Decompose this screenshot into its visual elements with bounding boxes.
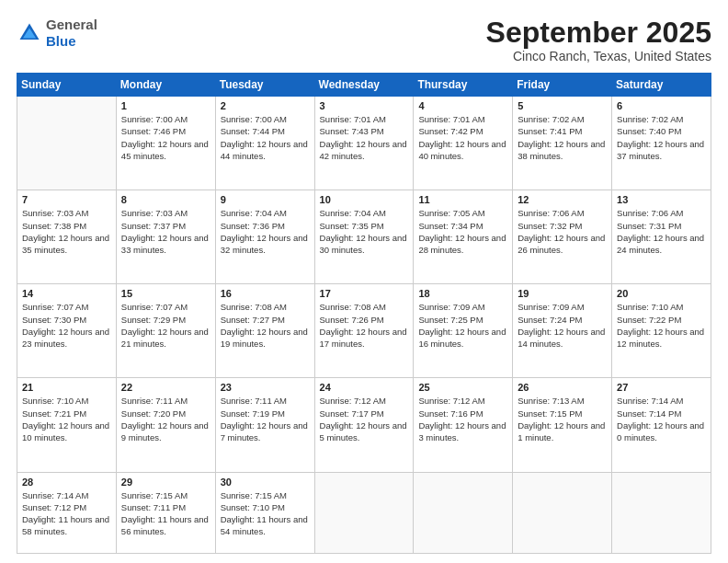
day-number: 8 (121, 194, 210, 205)
logo-text: General Blue (46, 17, 97, 50)
calendar-cell: 23Sunrise: 7:11 AMSunset: 7:19 PMDayligh… (215, 378, 314, 472)
day-info: Sunrise: 7:09 AMSunset: 7:25 PMDaylight:… (418, 301, 507, 350)
day-info: Sunrise: 7:04 AMSunset: 7:36 PMDaylight:… (221, 207, 310, 256)
calendar-cell: 26Sunrise: 7:13 AMSunset: 7:15 PMDayligh… (513, 378, 612, 472)
calendar-week-row: 28Sunrise: 7:14 AMSunset: 7:12 PMDayligh… (17, 472, 711, 553)
calendar-cell: 2Sunrise: 7:00 AMSunset: 7:44 PMDaylight… (215, 97, 314, 190)
day-number: 26 (518, 382, 607, 393)
day-info: Sunrise: 7:06 AMSunset: 7:31 PMDaylight:… (617, 207, 706, 256)
calendar-cell: 3Sunrise: 7:01 AMSunset: 7:43 PMDaylight… (314, 97, 414, 190)
logo: General Blue (17, 17, 97, 50)
location: Cinco Ranch, Texas, United States (486, 49, 711, 63)
calendar-cell: 28Sunrise: 7:14 AMSunset: 7:12 PMDayligh… (17, 472, 117, 553)
calendar-cell: 19Sunrise: 7:09 AMSunset: 7:24 PMDayligh… (513, 284, 612, 378)
day-info: Sunrise: 7:14 AMSunset: 7:12 PMDaylight:… (22, 489, 111, 538)
day-info: Sunrise: 7:07 AMSunset: 7:29 PMDaylight:… (121, 301, 210, 350)
day-info: Sunrise: 7:02 AMSunset: 7:41 PMDaylight:… (518, 113, 607, 162)
calendar-cell: 1Sunrise: 7:00 AMSunset: 7:46 PMDaylight… (116, 97, 215, 190)
day-info: Sunrise: 7:01 AMSunset: 7:42 PMDaylight:… (418, 113, 507, 162)
calendar-cell (513, 472, 612, 553)
day-info: Sunrise: 7:15 AMSunset: 7:10 PMDaylight:… (221, 489, 310, 538)
logo-general: General (46, 17, 97, 32)
weekday-header: Sunday (17, 74, 117, 97)
day-number: 14 (22, 288, 111, 299)
calendar-cell: 10Sunrise: 7:04 AMSunset: 7:35 PMDayligh… (314, 190, 414, 284)
calendar-cell: 25Sunrise: 7:12 AMSunset: 7:16 PMDayligh… (414, 378, 513, 472)
day-info: Sunrise: 7:03 AMSunset: 7:37 PMDaylight:… (121, 207, 210, 256)
weekday-header: Monday (116, 74, 215, 97)
day-info: Sunrise: 7:10 AMSunset: 7:22 PMDaylight:… (617, 301, 706, 350)
calendar-week-row: 7Sunrise: 7:03 AMSunset: 7:38 PMDaylight… (17, 190, 711, 284)
day-info: Sunrise: 7:08 AMSunset: 7:26 PMDaylight:… (320, 301, 409, 350)
day-info: Sunrise: 7:10 AMSunset: 7:21 PMDaylight:… (22, 395, 111, 443)
calendar-cell: 6Sunrise: 7:02 AMSunset: 7:40 PMDaylight… (612, 97, 711, 190)
calendar-cell: 13Sunrise: 7:06 AMSunset: 7:31 PMDayligh… (612, 190, 711, 284)
day-info: Sunrise: 7:08 AMSunset: 7:27 PMDaylight:… (221, 301, 310, 350)
calendar-cell: 9Sunrise: 7:04 AMSunset: 7:36 PMDaylight… (215, 190, 314, 284)
calendar-cell: 30Sunrise: 7:15 AMSunset: 7:10 PMDayligh… (215, 472, 314, 553)
day-info: Sunrise: 7:11 AMSunset: 7:19 PMDaylight:… (221, 395, 310, 443)
calendar-cell: 7Sunrise: 7:03 AMSunset: 7:38 PMDaylight… (17, 190, 117, 284)
day-info: Sunrise: 7:06 AMSunset: 7:32 PMDaylight:… (518, 207, 607, 256)
day-number: 19 (518, 288, 607, 299)
day-number: 3 (320, 100, 409, 111)
day-info: Sunrise: 7:12 AMSunset: 7:16 PMDaylight:… (418, 395, 507, 443)
calendar-cell: 8Sunrise: 7:03 AMSunset: 7:37 PMDaylight… (116, 190, 215, 284)
calendar: SundayMondayTuesdayWednesdayThursdayFrid… (17, 73, 711, 554)
calendar-cell: 15Sunrise: 7:07 AMSunset: 7:29 PMDayligh… (116, 284, 215, 378)
day-number: 27 (617, 382, 706, 393)
calendar-cell: 27Sunrise: 7:14 AMSunset: 7:14 PMDayligh… (612, 378, 711, 472)
weekday-header: Friday (513, 74, 612, 97)
calendar-cell: 16Sunrise: 7:08 AMSunset: 7:27 PMDayligh… (215, 284, 314, 378)
day-number: 4 (418, 100, 507, 111)
day-number: 7 (22, 194, 111, 205)
weekday-header: Saturday (612, 74, 711, 97)
calendar-week-row: 14Sunrise: 7:07 AMSunset: 7:30 PMDayligh… (17, 284, 711, 378)
day-number: 6 (617, 100, 706, 111)
day-number: 10 (320, 194, 409, 205)
calendar-cell: 29Sunrise: 7:15 AMSunset: 7:11 PMDayligh… (116, 472, 215, 553)
logo-blue: Blue (46, 33, 76, 49)
day-number: 29 (121, 477, 210, 488)
calendar-week-row: 1Sunrise: 7:00 AMSunset: 7:46 PMDaylight… (17, 97, 711, 190)
day-info: Sunrise: 7:02 AMSunset: 7:40 PMDaylight:… (617, 113, 706, 162)
day-info: Sunrise: 7:00 AMSunset: 7:44 PMDaylight:… (221, 113, 310, 162)
day-number: 15 (121, 288, 210, 299)
month-title: September 2025 (486, 17, 711, 49)
calendar-cell: 18Sunrise: 7:09 AMSunset: 7:25 PMDayligh… (414, 284, 513, 378)
calendar-cell: 22Sunrise: 7:11 AMSunset: 7:20 PMDayligh… (116, 378, 215, 472)
day-number: 30 (221, 477, 310, 488)
weekday-header: Thursday (414, 74, 513, 97)
calendar-cell: 14Sunrise: 7:07 AMSunset: 7:30 PMDayligh… (17, 284, 117, 378)
day-info: Sunrise: 7:12 AMSunset: 7:17 PMDaylight:… (320, 395, 409, 443)
calendar-cell: 5Sunrise: 7:02 AMSunset: 7:41 PMDaylight… (513, 97, 612, 190)
weekday-header: Wednesday (314, 74, 414, 97)
day-number: 13 (617, 194, 706, 205)
calendar-cell (612, 472, 711, 553)
day-number: 5 (518, 100, 607, 111)
day-number: 23 (221, 382, 310, 393)
day-info: Sunrise: 7:14 AMSunset: 7:14 PMDaylight:… (617, 395, 706, 443)
calendar-cell: 21Sunrise: 7:10 AMSunset: 7:21 PMDayligh… (17, 378, 117, 472)
day-number: 17 (320, 288, 409, 299)
calendar-cell: 12Sunrise: 7:06 AMSunset: 7:32 PMDayligh… (513, 190, 612, 284)
day-number: 16 (221, 288, 310, 299)
day-number: 18 (418, 288, 507, 299)
day-number: 12 (518, 194, 607, 205)
day-number: 28 (22, 477, 111, 488)
calendar-cell (414, 472, 513, 553)
day-number: 9 (221, 194, 310, 205)
day-info: Sunrise: 7:09 AMSunset: 7:24 PMDaylight:… (518, 301, 607, 350)
day-info: Sunrise: 7:15 AMSunset: 7:11 PMDaylight:… (121, 489, 210, 538)
day-info: Sunrise: 7:11 AMSunset: 7:20 PMDaylight:… (121, 395, 210, 443)
day-info: Sunrise: 7:01 AMSunset: 7:43 PMDaylight:… (320, 113, 409, 162)
day-number: 2 (221, 100, 310, 111)
day-number: 24 (320, 382, 409, 393)
calendar-cell: 20Sunrise: 7:10 AMSunset: 7:22 PMDayligh… (612, 284, 711, 378)
calendar-cell (314, 472, 414, 553)
day-number: 20 (617, 288, 706, 299)
calendar-cell (17, 97, 117, 190)
calendar-cell: 17Sunrise: 7:08 AMSunset: 7:26 PMDayligh… (314, 284, 414, 378)
title-block: September 2025 Cinco Ranch, Texas, Unite… (486, 17, 711, 63)
header: General Blue September 2025 Cinco Ranch,… (17, 17, 711, 63)
